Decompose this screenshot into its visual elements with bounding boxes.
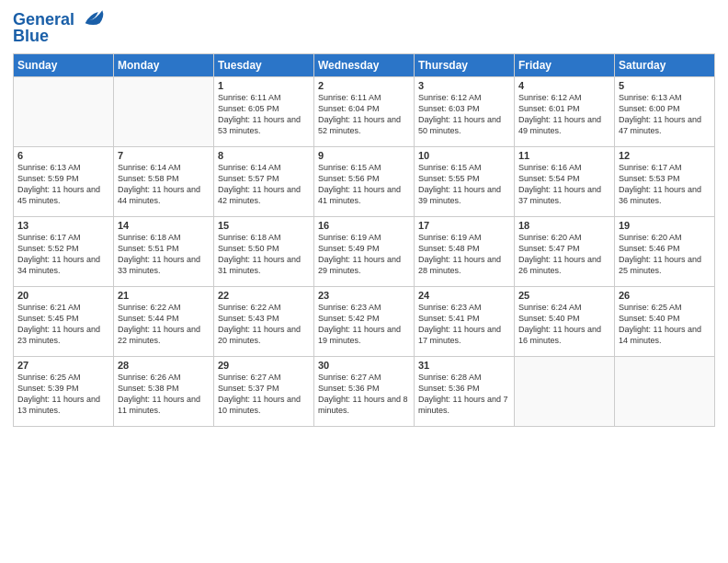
- calendar-cell: 17Sunrise: 6:19 AM Sunset: 5:48 PM Dayli…: [415, 216, 515, 286]
- calendar-cell: 2Sunrise: 6:11 AM Sunset: 6:04 PM Daylig…: [314, 76, 415, 146]
- weekday-header: Sunday: [14, 53, 114, 76]
- day-number: 21: [118, 290, 210, 301]
- day-number: 4: [518, 80, 610, 91]
- calendar-cell: 5Sunrise: 6:13 AM Sunset: 6:00 PM Daylig…: [615, 76, 715, 146]
- logo: General Blue: [13, 9, 107, 46]
- calendar-cell: 3Sunrise: 6:12 AM Sunset: 6:03 PM Daylig…: [415, 76, 515, 146]
- day-number: 27: [17, 360, 109, 371]
- day-number: 10: [418, 150, 510, 161]
- day-detail: Sunrise: 6:12 AM Sunset: 6:01 PM Dayligh…: [518, 92, 610, 137]
- weekday-header: Tuesday: [214, 53, 314, 76]
- calendar-cell: 28Sunrise: 6:26 AM Sunset: 5:38 PM Dayli…: [114, 356, 214, 426]
- day-number: 25: [518, 290, 610, 301]
- calendar-cell: 26Sunrise: 6:25 AM Sunset: 5:40 PM Dayli…: [615, 286, 715, 356]
- day-detail: Sunrise: 6:15 AM Sunset: 5:55 PM Dayligh…: [418, 162, 510, 207]
- calendar-cell: [14, 76, 114, 146]
- day-detail: Sunrise: 6:27 AM Sunset: 5:36 PM Dayligh…: [318, 372, 410, 417]
- day-detail: Sunrise: 6:28 AM Sunset: 5:36 PM Dayligh…: [418, 372, 510, 417]
- calendar-cell: 23Sunrise: 6:23 AM Sunset: 5:42 PM Dayli…: [314, 286, 415, 356]
- day-detail: Sunrise: 6:23 AM Sunset: 5:41 PM Dayligh…: [418, 302, 510, 347]
- day-number: 19: [619, 220, 711, 231]
- day-number: 2: [318, 80, 410, 91]
- day-detail: Sunrise: 6:17 AM Sunset: 5:52 PM Dayligh…: [17, 232, 109, 277]
- day-detail: Sunrise: 6:16 AM Sunset: 5:54 PM Dayligh…: [518, 162, 610, 207]
- day-detail: Sunrise: 6:13 AM Sunset: 6:00 PM Dayligh…: [619, 92, 711, 137]
- day-number: 3: [418, 80, 510, 91]
- day-detail: Sunrise: 6:25 AM Sunset: 5:40 PM Dayligh…: [619, 302, 711, 347]
- calendar-table: SundayMondayTuesdayWednesdayThursdayFrid…: [13, 53, 715, 427]
- calendar-cell: 22Sunrise: 6:22 AM Sunset: 5:43 PM Dayli…: [214, 286, 314, 356]
- day-detail: Sunrise: 6:21 AM Sunset: 5:45 PM Dayligh…: [17, 302, 109, 347]
- day-detail: Sunrise: 6:22 AM Sunset: 5:44 PM Dayligh…: [118, 302, 210, 347]
- calendar-cell: 14Sunrise: 6:18 AM Sunset: 5:51 PM Dayli…: [114, 216, 214, 286]
- day-detail: Sunrise: 6:15 AM Sunset: 5:56 PM Dayligh…: [318, 162, 410, 207]
- calendar-cell: 4Sunrise: 6:12 AM Sunset: 6:01 PM Daylig…: [515, 76, 615, 146]
- calendar-cell: 20Sunrise: 6:21 AM Sunset: 5:45 PM Dayli…: [14, 286, 114, 356]
- weekday-header: Saturday: [615, 53, 715, 76]
- day-number: 15: [218, 220, 310, 231]
- header: General Blue: [13, 9, 715, 46]
- calendar-cell: [615, 356, 715, 426]
- day-detail: Sunrise: 6:14 AM Sunset: 5:57 PM Dayligh…: [218, 162, 310, 207]
- calendar-cell: 6Sunrise: 6:13 AM Sunset: 5:59 PM Daylig…: [14, 146, 114, 216]
- calendar-cell: 25Sunrise: 6:24 AM Sunset: 5:40 PM Dayli…: [515, 286, 615, 356]
- day-detail: Sunrise: 6:17 AM Sunset: 5:53 PM Dayligh…: [619, 162, 711, 207]
- day-number: 30: [318, 360, 410, 371]
- weekday-header: Thursday: [415, 53, 515, 76]
- calendar-cell: 27Sunrise: 6:25 AM Sunset: 5:39 PM Dayli…: [14, 356, 114, 426]
- day-number: 29: [218, 360, 310, 371]
- day-detail: Sunrise: 6:19 AM Sunset: 5:48 PM Dayligh…: [418, 232, 510, 277]
- day-number: 5: [619, 80, 711, 91]
- day-detail: Sunrise: 6:12 AM Sunset: 6:03 PM Dayligh…: [418, 92, 510, 137]
- day-detail: Sunrise: 6:25 AM Sunset: 5:39 PM Dayligh…: [17, 372, 109, 417]
- calendar-cell: 31Sunrise: 6:28 AM Sunset: 5:36 PM Dayli…: [415, 356, 515, 426]
- weekday-header: Wednesday: [314, 53, 415, 76]
- calendar-cell: 9Sunrise: 6:15 AM Sunset: 5:56 PM Daylig…: [314, 146, 415, 216]
- day-number: 8: [218, 150, 310, 161]
- day-number: 23: [318, 290, 410, 301]
- calendar-cell: [515, 356, 615, 426]
- day-detail: Sunrise: 6:20 AM Sunset: 5:46 PM Dayligh…: [619, 232, 711, 277]
- day-detail: Sunrise: 6:19 AM Sunset: 5:49 PM Dayligh…: [318, 232, 410, 277]
- day-number: 20: [17, 290, 109, 301]
- calendar-cell: [114, 76, 214, 146]
- calendar-week-row: 1Sunrise: 6:11 AM Sunset: 6:05 PM Daylig…: [14, 76, 715, 146]
- calendar-week-row: 6Sunrise: 6:13 AM Sunset: 5:59 PM Daylig…: [14, 146, 715, 216]
- calendar-week-row: 13Sunrise: 6:17 AM Sunset: 5:52 PM Dayli…: [14, 216, 715, 286]
- day-number: 22: [218, 290, 310, 301]
- day-detail: Sunrise: 6:14 AM Sunset: 5:58 PM Dayligh…: [118, 162, 210, 207]
- logo-bird-icon: [81, 6, 107, 31]
- calendar-cell: 21Sunrise: 6:22 AM Sunset: 5:44 PM Dayli…: [114, 286, 214, 356]
- day-detail: Sunrise: 6:18 AM Sunset: 5:51 PM Dayligh…: [118, 232, 210, 277]
- day-number: 24: [418, 290, 510, 301]
- day-number: 26: [619, 290, 711, 301]
- day-number: 7: [118, 150, 210, 161]
- day-number: 14: [118, 220, 210, 231]
- calendar-cell: 8Sunrise: 6:14 AM Sunset: 5:57 PM Daylig…: [214, 146, 314, 216]
- calendar-cell: 15Sunrise: 6:18 AM Sunset: 5:50 PM Dayli…: [214, 216, 314, 286]
- day-number: 9: [318, 150, 410, 161]
- calendar-cell: 13Sunrise: 6:17 AM Sunset: 5:52 PM Dayli…: [14, 216, 114, 286]
- day-number: 31: [418, 360, 510, 371]
- weekday-header: Friday: [515, 53, 615, 76]
- calendar-cell: 7Sunrise: 6:14 AM Sunset: 5:58 PM Daylig…: [114, 146, 214, 216]
- day-number: 12: [619, 150, 711, 161]
- day-detail: Sunrise: 6:11 AM Sunset: 6:04 PM Dayligh…: [318, 92, 410, 137]
- calendar-cell: 29Sunrise: 6:27 AM Sunset: 5:37 PM Dayli…: [214, 356, 314, 426]
- calendar-cell: 12Sunrise: 6:17 AM Sunset: 5:53 PM Dayli…: [615, 146, 715, 216]
- day-number: 11: [518, 150, 610, 161]
- page-container: General Blue SundayMondayTuesdayWednesda…: [0, 0, 728, 434]
- day-detail: Sunrise: 6:23 AM Sunset: 5:42 PM Dayligh…: [318, 302, 410, 347]
- calendar-cell: 18Sunrise: 6:20 AM Sunset: 5:47 PM Dayli…: [515, 216, 615, 286]
- day-detail: Sunrise: 6:13 AM Sunset: 5:59 PM Dayligh…: [17, 162, 109, 207]
- day-number: 18: [518, 220, 610, 231]
- day-number: 13: [17, 220, 109, 231]
- weekday-header: Monday: [114, 53, 214, 76]
- calendar-week-row: 20Sunrise: 6:21 AM Sunset: 5:45 PM Dayli…: [14, 286, 715, 356]
- day-number: 6: [17, 150, 109, 161]
- day-detail: Sunrise: 6:24 AM Sunset: 5:40 PM Dayligh…: [518, 302, 610, 347]
- day-detail: Sunrise: 6:11 AM Sunset: 6:05 PM Dayligh…: [218, 92, 310, 137]
- calendar-cell: 11Sunrise: 6:16 AM Sunset: 5:54 PM Dayli…: [515, 146, 615, 216]
- calendar-week-row: 27Sunrise: 6:25 AM Sunset: 5:39 PM Dayli…: [14, 356, 715, 426]
- day-detail: Sunrise: 6:26 AM Sunset: 5:38 PM Dayligh…: [118, 372, 210, 417]
